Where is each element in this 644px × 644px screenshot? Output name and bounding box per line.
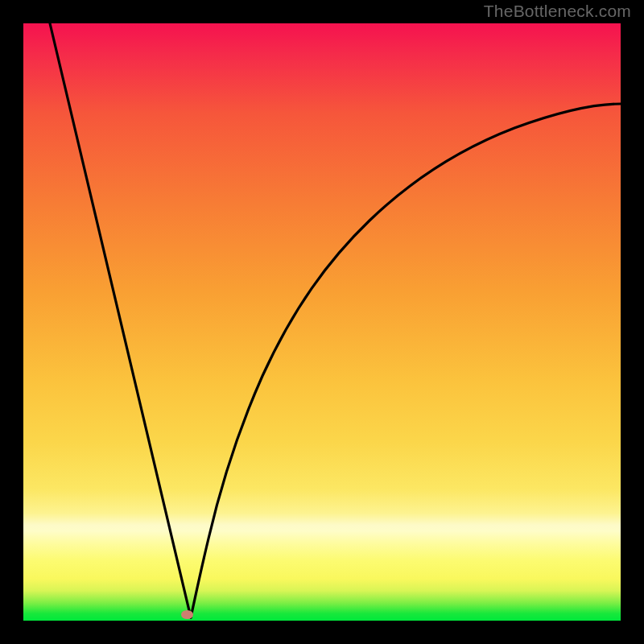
bottleneck-curve	[23, 23, 621, 621]
minimum-marker	[181, 610, 193, 619]
plot-area	[23, 23, 621, 621]
curve-left-branch	[50, 23, 191, 617]
curve-right-branch	[191, 104, 621, 617]
watermark-text: TheBottleneck.com	[484, 2, 631, 21]
chart-frame: TheBottleneck.com	[0, 0, 644, 644]
